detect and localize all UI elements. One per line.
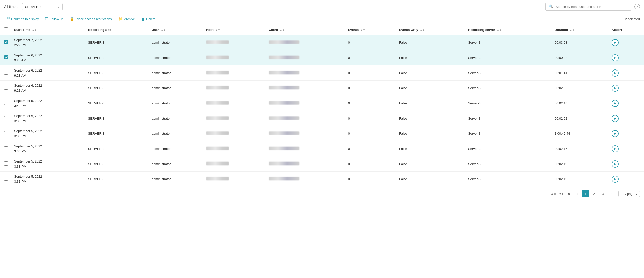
row-checkbox[interactable] [4, 131, 8, 135]
play-button[interactable]: ▶ [612, 100, 619, 107]
page-2-button[interactable]: 2 [591, 190, 598, 197]
row-checkbox[interactable] [4, 86, 8, 90]
cell-events-only: False [396, 65, 465, 81]
archive-icon: 📁 [118, 17, 123, 21]
follow-up-button[interactable]: ☐ Follow up [42, 15, 66, 22]
time-filter[interactable]: All time ⌄ [4, 5, 19, 9]
col-recording-site[interactable]: Recording Site [85, 25, 149, 35]
help-icon[interactable]: ? [634, 4, 640, 9]
cell-user: administrator [149, 156, 203, 172]
row-checkbox-cell[interactable] [0, 141, 11, 156]
row-checkbox-cell[interactable] [0, 65, 11, 81]
client-blurred [269, 71, 299, 74]
row-checkbox-cell[interactable] [0, 156, 11, 172]
cell-events: 0 [345, 50, 396, 65]
row-checkbox-cell[interactable] [0, 81, 11, 96]
col-recording-server[interactable]: Recording server ▲▼ [465, 25, 551, 35]
archive-button[interactable]: 📁 Archive [116, 15, 137, 22]
row-checkbox-cell[interactable] [0, 126, 11, 141]
cell-duration: 00:02:06 [551, 81, 609, 96]
row-checkbox-cell[interactable] [0, 96, 11, 111]
host-blurred [206, 162, 229, 165]
select-all-header[interactable] [0, 25, 11, 35]
cell-recording-site: SERVER-3 [85, 50, 149, 65]
cell-client [266, 111, 345, 126]
cell-start-time: September 7, 2022 2:22 PM [11, 35, 85, 50]
row-checkbox[interactable] [4, 101, 8, 105]
page-size-select[interactable]: 10 / page ⌄ [618, 191, 640, 197]
server-dropdown[interactable]: SERVER-3 ⌄ [22, 3, 63, 10]
play-button[interactable]: ▶ [612, 85, 619, 92]
cell-start-time: September 6, 2022 9:25 AM [11, 50, 85, 65]
chevron-down-icon: ⌄ [635, 192, 638, 195]
search-input[interactable] [556, 5, 628, 9]
delete-button[interactable]: 🗑 Delete [139, 16, 158, 22]
play-button[interactable]: ▶ [612, 54, 619, 61]
select-all-checkbox[interactable] [4, 27, 8, 31]
col-user[interactable]: User ▲▼ [149, 25, 203, 35]
cell-start-time: September 5, 2022 3:38 PM [11, 126, 85, 141]
play-button[interactable]: ▶ [612, 145, 619, 152]
col-duration[interactable]: Duration ▲▼ [551, 25, 609, 35]
row-checkbox[interactable] [4, 146, 8, 150]
next-page-button[interactable]: › [608, 190, 615, 197]
col-start-time[interactable]: Start Time ▲▼ [11, 25, 85, 35]
place-access-restrictions-button[interactable]: 🔒 Place access restrictions [67, 15, 114, 22]
cell-user: administrator [149, 35, 203, 50]
sort-icon: ▲▼ [570, 29, 575, 31]
play-button[interactable]: ▶ [612, 115, 619, 122]
search-box[interactable]: 🔍 [545, 3, 631, 11]
cell-host [203, 81, 266, 96]
page-1-button[interactable]: 1 [582, 190, 589, 197]
play-button[interactable]: ▶ [612, 176, 619, 183]
col-client[interactable]: Client ▲▼ [266, 25, 345, 35]
sort-icon: ▲▼ [32, 29, 37, 31]
host-blurred [206, 177, 229, 180]
cell-client [266, 156, 345, 172]
cell-duration: 1.00:42:44 [551, 126, 609, 141]
table-row: September 6, 2022 9:23 AMSERVER-3adminis… [0, 65, 644, 81]
table-container: Start Time ▲▼ Recording Site User ▲▼ Hos… [0, 25, 644, 187]
col-events-only[interactable]: Events Only ▲▼ [396, 25, 465, 35]
cell-duration: 00:02:16 [551, 96, 609, 111]
cell-recording-server: Server-3 [465, 50, 551, 65]
col-events[interactable]: Events ▲▼ [345, 25, 396, 35]
cell-events-only: False [396, 111, 465, 126]
row-checkbox-cell[interactable] [0, 50, 11, 65]
row-checkbox[interactable] [4, 55, 8, 59]
cell-duration: 00:02:19 [551, 156, 609, 172]
play-button[interactable]: ▶ [612, 130, 619, 137]
columns-to-display-button[interactable]: ☷ Columns to display [4, 15, 41, 22]
prev-page-button[interactable]: ‹ [573, 190, 581, 197]
row-checkbox-cell[interactable] [0, 172, 11, 187]
cell-client [266, 172, 345, 187]
cell-events-only: False [396, 141, 465, 156]
row-checkbox[interactable] [4, 161, 8, 166]
cell-host [203, 126, 266, 141]
cell-events: 0 [345, 111, 396, 126]
cell-events: 0 [345, 35, 396, 50]
cell-duration: 00:03:08 [551, 35, 609, 50]
row-checkbox[interactable] [4, 71, 8, 75]
cell-client [266, 65, 345, 81]
play-button[interactable]: ▶ [612, 70, 619, 77]
toolbar: ☷ Columns to display ☐ Follow up 🔒 Place… [0, 13, 644, 25]
table-row: September 5, 2022 3:31 PMSERVER-3adminis… [0, 172, 644, 187]
cell-recording-server: Server-3 [465, 81, 551, 96]
cell-host [203, 35, 266, 50]
row-checkbox-cell[interactable] [0, 111, 11, 126]
row-checkbox[interactable] [4, 40, 8, 44]
col-host[interactable]: Host ▲▼ [203, 25, 266, 35]
host-blurred [206, 71, 229, 74]
row-checkbox[interactable] [4, 116, 8, 120]
row-checkbox-cell[interactable] [0, 35, 11, 50]
page-3-button[interactable]: 3 [599, 190, 606, 197]
client-blurred [269, 116, 299, 120]
row-checkbox[interactable] [4, 177, 8, 181]
play-button[interactable]: ▶ [612, 39, 619, 46]
cell-start-time: September 5, 2022 3:38 PM [11, 111, 85, 126]
cell-start-time: September 6, 2022 9:23 AM [11, 65, 85, 81]
host-blurred [206, 56, 229, 59]
play-button[interactable]: ▶ [612, 160, 619, 168]
cell-recording-server: Server-3 [465, 96, 551, 111]
